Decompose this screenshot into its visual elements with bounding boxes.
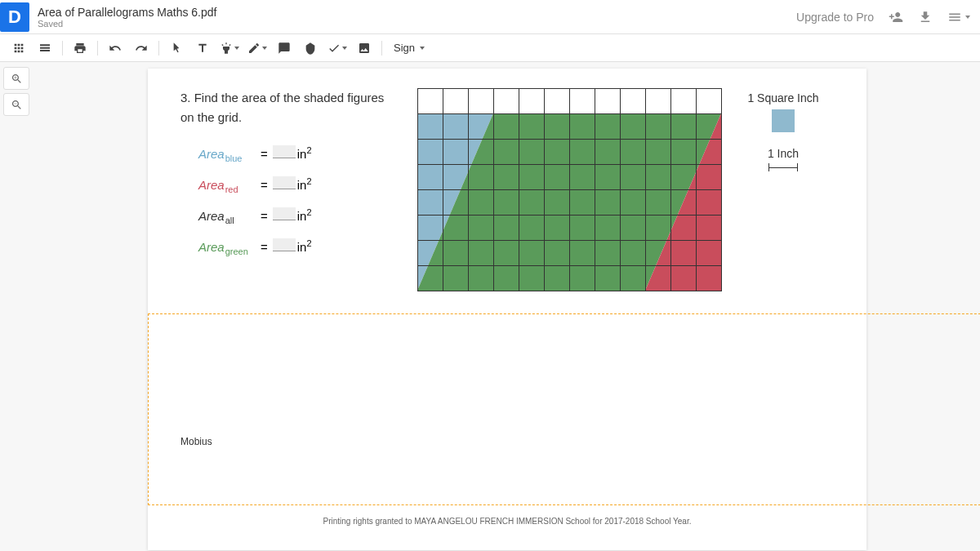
answer-list: Areablue=in2Areared=in2Areaall=in2Areagr… [198,145,401,256]
check-icon [327,42,341,55]
draw-button[interactable] [244,42,270,55]
grid-icon [12,42,25,55]
legend: 1 Square Inch 1 Inch [738,88,828,291]
redo-button[interactable] [129,37,154,60]
check-button[interactable] [324,42,350,55]
area-label: Areaall [198,209,256,225]
undo-icon [109,42,122,55]
problem-text: 3. Find the area of the shaded figures o… [180,88,401,291]
svg-rect-12 [646,89,671,114]
zoom-in-button[interactable] [3,67,29,90]
unit: in2 [297,176,312,192]
highlight-icon [220,42,233,55]
pages-button[interactable] [33,37,57,60]
sign-button[interactable]: Sign [387,37,431,60]
svg-rect-10 [595,89,621,114]
svg-rect-11 [621,89,646,114]
text-button[interactable] [190,37,215,60]
annotation-box[interactable] [148,313,980,505]
answer-row: Areagreen=in2 [198,238,401,256]
area-label: Areablue [198,147,256,163]
stamp-button[interactable] [298,37,323,60]
grid-figure [417,88,722,291]
caret-icon [342,47,347,50]
separator [381,41,382,56]
file-title: Area of Parallelograms Maths 6.pdf [38,6,796,19]
svg-rect-4 [443,89,469,114]
zoom-out-icon [11,99,23,111]
separator [97,41,98,56]
svg-rect-6 [494,89,519,114]
image-button[interactable] [352,37,376,60]
save-status: Saved [38,19,796,29]
redo-icon [135,42,148,55]
cursor-icon [170,42,183,55]
legend-square [772,109,795,132]
answer-row: Areablue=in2 [198,145,401,163]
zoom-in-icon [11,73,23,85]
unit: in2 [297,207,312,223]
grid-svg [417,88,722,291]
menu-icon [947,10,962,24]
caret-icon [234,47,239,50]
caret-icon [965,16,970,19]
answer-input[interactable] [273,238,296,251]
answer-input[interactable] [273,207,296,220]
equals: = [261,178,268,192]
svg-rect-9 [570,89,595,114]
mobius-label: Mobius [180,436,212,447]
zoom-sidebar [0,62,34,551]
app-logo: D [0,2,29,32]
download-icon[interactable] [918,10,933,24]
inch-scale [768,163,798,171]
app-header: D Area of Parallelograms Maths 6.pdf Sav… [0,0,980,34]
legend-inch-label: 1 Inch [738,147,828,160]
pages-icon [38,42,51,55]
upgrade-link[interactable]: Upgrade to Pro [796,11,874,24]
answer-row: Areared=in2 [198,176,401,194]
area-label: Areared [198,178,256,194]
undo-button[interactable] [103,37,127,60]
separator [158,41,159,56]
separator [62,41,63,56]
answer-input[interactable] [273,176,296,189]
content-area: 3. Find the area of the shaded figures o… [0,62,980,551]
page-footer: Printing rights granted to MAYA ANGELOU … [148,517,866,526]
highlight-button[interactable] [216,42,243,55]
page-viewport: 3. Find the area of the shaded figures o… [34,62,980,551]
pdf-page: 3. Find the area of the shaded figures o… [148,69,866,550]
answer-input[interactable] [273,145,296,158]
svg-rect-14 [697,89,722,114]
legend-square-label: 1 Square Inch [738,91,828,104]
question-text: 3. Find the area of the shaded figures o… [180,88,401,127]
svg-rect-3 [418,89,443,114]
image-icon [358,42,371,55]
zoom-out-button[interactable] [3,93,29,116]
menu-button[interactable] [947,10,970,24]
pen-icon [247,42,261,55]
equals: = [261,209,268,223]
problem: 3. Find the area of the shaded figures o… [148,69,866,291]
apps-button[interactable] [7,37,31,60]
svg-rect-5 [469,89,494,114]
comment-icon [278,42,291,55]
add-user-icon[interactable] [889,10,903,24]
select-button[interactable] [164,37,189,60]
header-actions: Upgrade to Pro [796,10,970,24]
unit: in2 [297,145,312,161]
svg-rect-7 [519,89,545,114]
equals: = [261,147,268,161]
title-block: Area of Parallelograms Maths 6.pdf Saved [38,6,796,29]
caret-icon [262,47,267,50]
toolbar: Sign [0,34,980,62]
answer-row: Areaall=in2 [198,207,401,225]
equals: = [261,240,268,254]
area-label: Areagreen [198,240,256,256]
text-icon [196,42,209,55]
print-button[interactable] [68,37,92,60]
unit: in2 [297,238,312,254]
svg-rect-13 [671,89,697,114]
svg-rect-8 [545,89,570,114]
comment-button[interactable] [272,37,296,60]
stamp-icon [304,42,317,55]
